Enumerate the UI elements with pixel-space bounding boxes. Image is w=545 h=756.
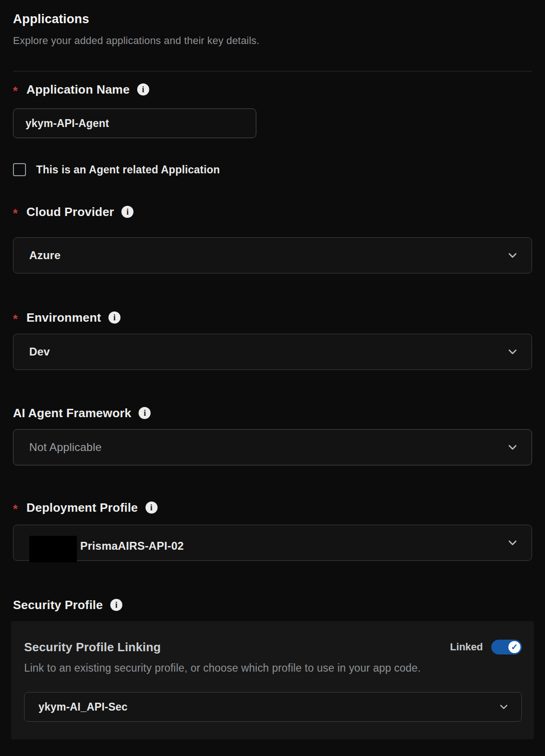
- chevron-down-icon: [507, 346, 519, 358]
- ai-agent-framework-label-row: AI Agent Framework i: [13, 406, 532, 420]
- linked-toggle-group: Linked ✓: [450, 640, 522, 654]
- ai-agent-framework-value: Not Applicable: [29, 441, 101, 454]
- security-profile-linking-description: Link to an existing security profile, or…: [24, 662, 522, 674]
- security-profile-linking-title: Security Profile Linking: [24, 640, 161, 654]
- info-icon[interactable]: i: [139, 407, 151, 419]
- required-asterisk: *: [13, 502, 20, 516]
- required-asterisk: *: [13, 312, 20, 326]
- info-icon[interactable]: i: [137, 83, 149, 95]
- security-profile-heading-row: Security Profile i: [13, 598, 532, 612]
- deployment-profile-select[interactable]: PrismaAIRS-API-02: [13, 525, 532, 561]
- security-profile-select[interactable]: ykym-AI_API-Sec: [24, 692, 522, 722]
- page-subtitle: Explore your added applications and thei…: [13, 35, 532, 47]
- info-icon[interactable]: i: [146, 502, 158, 514]
- cloud-provider-label-row: * Cloud Provider i: [13, 205, 532, 219]
- info-icon[interactable]: i: [108, 311, 120, 324]
- environment-value: Dev: [29, 345, 50, 358]
- info-icon[interactable]: i: [110, 599, 122, 611]
- required-asterisk: *: [13, 84, 20, 98]
- chevron-down-icon: [507, 249, 519, 261]
- agent-related-checkbox-label: This is an Agent related Application: [36, 164, 220, 176]
- environment-label-row: * Environment i: [13, 311, 532, 324]
- redaction-box: [29, 536, 77, 562]
- ai-agent-framework-label: AI Agent Framework: [13, 406, 131, 420]
- application-name-label: Application Name: [26, 83, 130, 97]
- linked-toggle[interactable]: ✓: [491, 640, 522, 654]
- applications-form-page: { "misc": { "required_marker": "*" }, "i…: [0, 0, 545, 756]
- deployment-profile-label: Deployment Profile: [26, 501, 138, 515]
- cloud-provider-select[interactable]: Azure: [13, 237, 532, 273]
- deployment-profile-label-row: * Deployment Profile i: [13, 501, 532, 515]
- security-profile-linking-title-row: Security Profile Linking Linked ✓: [24, 640, 522, 654]
- linked-toggle-label: Linked: [450, 641, 483, 653]
- info-icon[interactable]: i: [121, 206, 133, 218]
- agent-related-checkbox[interactable]: [13, 163, 26, 176]
- cloud-provider-label: Cloud Provider: [26, 205, 114, 219]
- cloud-provider-value: Azure: [29, 249, 61, 262]
- ai-agent-framework-select[interactable]: Not Applicable: [13, 429, 532, 465]
- security-profile-heading: Security Profile: [13, 598, 103, 612]
- toggle-check-icon: ✓: [508, 641, 520, 653]
- required-asterisk: *: [13, 206, 20, 220]
- chevron-down-icon: [498, 701, 509, 712]
- agent-related-checkbox-row: This is an Agent related Application: [13, 163, 532, 176]
- chevron-down-icon: [507, 537, 519, 549]
- environment-select[interactable]: Dev: [13, 334, 532, 370]
- security-profile-linking-card: Security Profile Linking Linked ✓ Link t…: [11, 621, 534, 739]
- deployment-profile-value-group: PrismaAIRS-API-02: [29, 530, 184, 556]
- application-name-input[interactable]: [13, 108, 256, 138]
- security-profile-value: ykym-AI_API-Sec: [38, 701, 127, 713]
- application-name-label-row: * Application Name i: [13, 83, 532, 96]
- environment-label: Environment: [26, 311, 101, 325]
- deployment-profile-value: PrismaAIRS-API-02: [80, 540, 184, 553]
- header-divider: [13, 71, 532, 71]
- chevron-down-icon: [507, 441, 519, 453]
- page-title: Applications: [13, 12, 532, 26]
